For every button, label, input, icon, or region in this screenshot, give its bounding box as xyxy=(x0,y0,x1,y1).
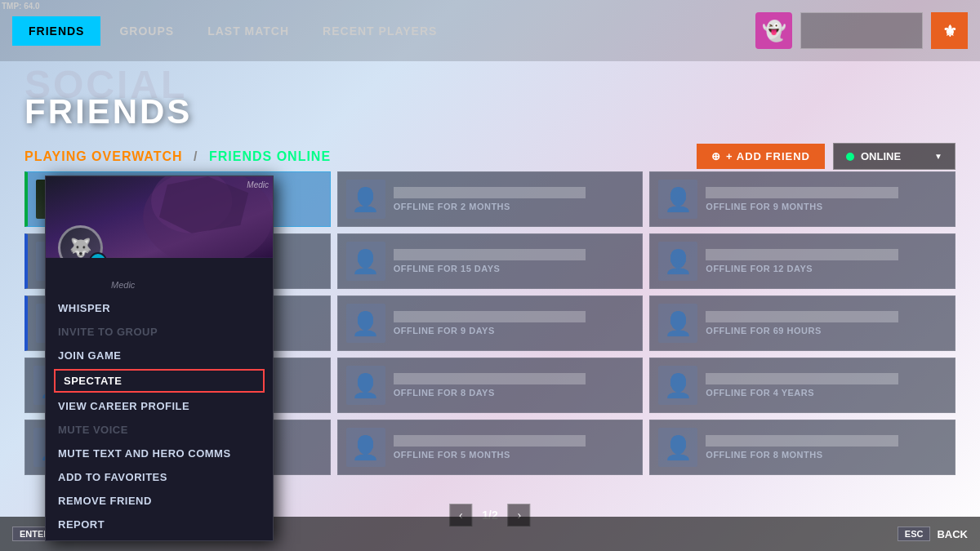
tab-last-match[interactable]: LAST MATCH xyxy=(193,18,304,44)
person-icon: 👤 xyxy=(664,310,693,337)
person-icon: 👤 xyxy=(351,186,380,213)
section-title: PLAYING OVERWATCH / FRIENDS ONLINE xyxy=(24,149,331,164)
friends-column-2: 👤 OFFLINE FOR 2 MONTHS 👤 OFFLINE FOR 15 … xyxy=(337,171,644,475)
friend-name-placeholder xyxy=(706,187,898,198)
friend-avatar: 👤 xyxy=(346,180,385,219)
friend-card[interactable]: 👤 OFFLINE FOR 8 DAYS xyxy=(337,358,644,413)
chevron-down-icon: ▼ xyxy=(934,152,942,161)
tmp-label: TMP: 64.0 xyxy=(2,2,40,11)
friend-info: OFFLINE FOR 5 MONTHS xyxy=(394,435,635,460)
context-remove-friend[interactable]: REMOVE FRIEND xyxy=(46,489,273,513)
online-label: FRIENDS ONLINE xyxy=(209,149,331,163)
person-icon: 👤 xyxy=(351,310,380,337)
person-icon: 👤 xyxy=(351,434,380,461)
add-friend-button[interactable]: ⊕ + ADD FRIEND xyxy=(697,144,825,169)
context-menu-header: 🐺 5 Medic xyxy=(46,176,273,258)
pipe-separator: / xyxy=(194,149,203,163)
friend-card[interactable]: 👤 OFFLINE FOR 5 MONTHS xyxy=(337,420,644,475)
friend-card[interactable]: 👤 OFFLINE FOR 69 HOURS xyxy=(649,295,956,351)
section-header: PLAYING OVERWATCH / FRIENDS ONLINE ⊕ + A… xyxy=(24,143,956,170)
context-menu-body: Medic WHISPER INVITE TO GROUP JOIN GAME … xyxy=(46,258,273,540)
friend-name-placeholder xyxy=(706,435,898,447)
add-friend-label: + ADD FRIEND xyxy=(726,150,810,162)
friend-info: OFFLINE FOR 9 MONTHS xyxy=(706,187,947,211)
friend-status: OFFLINE FOR 8 DAYS xyxy=(394,388,635,398)
friend-info: OFFLINE FOR 15 DAYS xyxy=(394,249,635,273)
context-join-game[interactable]: JOIN GAME xyxy=(46,344,273,367)
currency-display: ⚜ xyxy=(931,12,968,49)
ghost-icon: 👻 xyxy=(762,20,786,42)
friend-status: OFFLINE FOR 9 MONTHS xyxy=(706,202,947,211)
friend-status: OFFLINE FOR 15 DAYS xyxy=(394,264,635,273)
battle-tag-display xyxy=(800,12,923,49)
friend-name-placeholder xyxy=(394,187,586,198)
friend-status: OFFLINE FOR 2 MONTHS xyxy=(394,202,635,211)
friend-avatar: 👤 xyxy=(346,366,385,405)
currency-icon: ⚜ xyxy=(942,21,957,41)
friend-name-placeholder xyxy=(394,311,586,322)
friend-card[interactable]: 👤 OFFLINE FOR 9 MONTHS xyxy=(649,171,956,227)
person-icon: 👤 xyxy=(351,372,380,399)
page-title-area: SOCIAL FRIENDS xyxy=(24,65,192,131)
friend-name-placeholder xyxy=(394,373,586,384)
friend-avatar: 👤 xyxy=(658,180,697,219)
person-icon: 👤 xyxy=(664,248,693,275)
friend-name-placeholder xyxy=(394,249,586,260)
friend-info: OFFLINE FOR 4 YEARS xyxy=(706,373,947,398)
friend-card[interactable]: 👤 OFFLINE FOR 8 MONTHS xyxy=(649,420,956,475)
tab-friends[interactable]: FRIENDS xyxy=(12,16,100,46)
friend-avatar: 👤 xyxy=(658,428,697,467)
friend-card[interactable]: 👤 OFFLINE FOR 4 YEARS xyxy=(649,358,956,413)
context-report[interactable]: REPORT xyxy=(46,513,273,536)
person-icon: 👤 xyxy=(664,372,693,399)
context-spectate[interactable]: SPECTATE xyxy=(54,369,265,393)
friend-status: OFFLINE FOR 8 MONTHS xyxy=(706,450,947,460)
context-mute-voice: MUTE VOICE xyxy=(46,418,273,442)
friend-status: OFFLINE FOR 69 HOURS xyxy=(706,326,947,335)
context-add-favorites[interactable]: ADD TO FAVORITES xyxy=(46,465,273,489)
playing-label: PLAYING OVERWATCH xyxy=(24,149,183,163)
friends-column-3: 👤 OFFLINE FOR 9 MONTHS 👤 OFFLINE FOR 12 … xyxy=(649,171,956,475)
friend-status: OFFLINE FOR 12 DAYS xyxy=(706,264,947,273)
online-status-label: ONLINE xyxy=(861,150,901,162)
context-view-career[interactable]: VIEW CAREER PROFILE xyxy=(46,394,273,418)
context-invite-group: INVITE TO GROUP xyxy=(46,320,273,344)
back-label: BACK xyxy=(937,528,968,540)
context-mute-text[interactable]: MUTE TEXT AND HERO COMMS xyxy=(46,442,273,465)
add-icon: ⊕ xyxy=(711,150,721,162)
friend-name-placeholder xyxy=(394,435,586,447)
friend-avatar: 👤 xyxy=(346,428,385,467)
friend-info: OFFLINE FOR 69 HOURS xyxy=(706,311,947,335)
top-navigation-bar: TMP: 64.0 FRIENDS GROUPS LAST MATCH RECE… xyxy=(0,0,980,61)
online-status-dot xyxy=(846,153,854,161)
wolf-icon: 🐺 xyxy=(69,238,91,259)
friend-card[interactable]: 👤 OFFLINE FOR 15 DAYS xyxy=(337,233,644,289)
friend-info: OFFLINE FOR 8 MONTHS xyxy=(706,435,947,460)
friend-name-placeholder xyxy=(706,249,898,260)
tab-groups[interactable]: GROUPS xyxy=(105,18,189,44)
person-icon: 👤 xyxy=(664,186,693,213)
person-icon: 👤 xyxy=(664,434,693,461)
friend-avatar: 👤 xyxy=(346,242,385,281)
friend-card[interactable]: 👤 OFFLINE FOR 2 MONTHS xyxy=(337,171,644,227)
friend-name-placeholder xyxy=(706,311,898,322)
friend-info: OFFLINE FOR 2 MONTHS xyxy=(394,187,635,211)
friend-avatar: 👤 xyxy=(658,242,697,281)
back-button[interactable]: ESC BACK xyxy=(898,527,968,541)
friend-status: OFFLINE FOR 5 MONTHS xyxy=(394,450,635,460)
context-player-tag: Medic xyxy=(247,180,269,189)
esc-key-label: ESC xyxy=(898,527,931,541)
context-player-title: Medic xyxy=(46,276,273,296)
friend-status: OFFLINE FOR 9 DAYS xyxy=(394,326,635,335)
player-avatar[interactable]: 👻 xyxy=(755,12,792,49)
friend-avatar: 👤 xyxy=(658,366,697,405)
friend-card[interactable]: 👤 OFFLINE FOR 9 DAYS xyxy=(337,295,644,351)
top-right-area: 👻 ⚜ xyxy=(755,12,968,49)
friend-info: OFFLINE FOR 8 DAYS xyxy=(394,373,635,398)
status-dropdown[interactable]: ONLINE ▼ xyxy=(833,143,956,170)
tab-recent-players[interactable]: RECENT PLAYERS xyxy=(308,18,452,44)
context-whisper[interactable]: WHISPER xyxy=(46,296,273,320)
friend-card[interactable]: 👤 OFFLINE FOR 12 DAYS xyxy=(649,233,956,289)
page-title: FRIENDS xyxy=(24,92,192,131)
header-controls: ⊕ + ADD FRIEND ONLINE ▼ xyxy=(697,143,956,170)
